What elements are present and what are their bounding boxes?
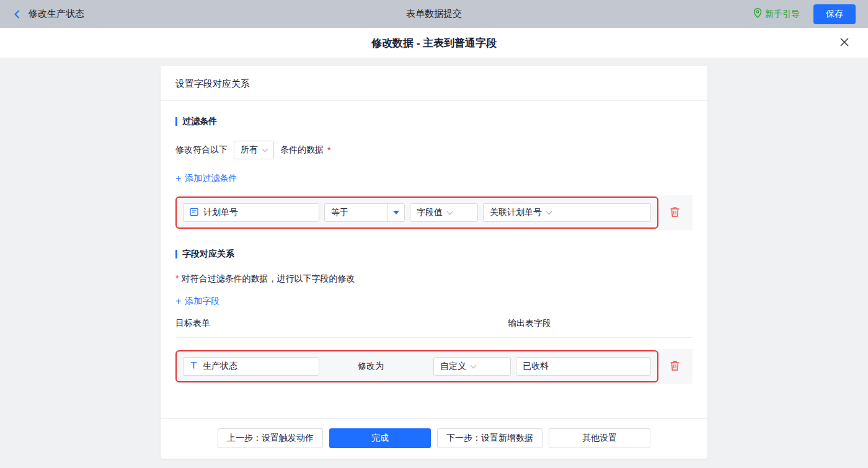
filter-field-select[interactable]: 计划单号: [183, 203, 319, 222]
mapping-hint: 对符合过滤条件的数据，进行以下字段的修改: [181, 273, 355, 285]
operator-caret-button[interactable]: [387, 204, 404, 221]
dialog-header: 修改数据 - 主表到普通字段: [0, 28, 868, 58]
operator-select[interactable]: 等于: [324, 203, 405, 222]
section-bar-icon: [175, 117, 177, 126]
flow-name: 修改生产状态: [29, 8, 84, 20]
panel-header: 设置字段对应关系: [161, 66, 707, 101]
add-filter-condition-link[interactable]: + 添加过滤条件: [175, 173, 237, 184]
save-button[interactable]: 保存: [813, 4, 856, 24]
text-field-icon: [190, 361, 198, 371]
operator-value: 等于: [325, 207, 382, 218]
required-asterisk: *: [175, 273, 179, 283]
mapping-hint-line: * 对符合过滤条件的数据，进行以下字段的修改: [175, 273, 693, 285]
value-type-select[interactable]: 字段值: [410, 203, 478, 222]
target-form-column-label: 目标表单: [175, 318, 508, 329]
section-bar-icon: [175, 250, 177, 258]
value-mode-value: 自定义: [440, 361, 466, 372]
mapping-row: 生产状态 修改为 自定义: [175, 349, 693, 384]
plus-icon: +: [175, 296, 181, 306]
form-field-icon: [190, 208, 198, 218]
trash-icon: [670, 364, 680, 373]
filter-section-title: 过滤条件: [175, 116, 693, 127]
topbar-actions: 新手引导 保存: [753, 4, 856, 24]
compare-value-select[interactable]: 关联计划单号: [483, 203, 651, 222]
chevron-down-icon: [546, 208, 552, 214]
highlight-box-filter: 计划单号 等于 字段值 关联计划单号: [175, 196, 658, 229]
guide-label: 新手引导: [765, 9, 800, 20]
condition-suffix: 条件的数据: [280, 144, 324, 156]
add-field-link[interactable]: + 添加字段: [175, 296, 219, 307]
match-mode-value: 所有: [241, 144, 258, 156]
filter-section-label: 过滤条件: [182, 116, 217, 127]
plus-icon: +: [175, 174, 181, 183]
output-field-column-label: 输出表字段: [508, 318, 551, 329]
compare-value: 关联计划单号: [490, 207, 542, 218]
value-mode-select[interactable]: 自定义: [433, 357, 511, 376]
mapping-section-title: 字段对应关系: [175, 249, 693, 260]
delete-mapping-row-button[interactable]: [667, 358, 683, 376]
settings-panel: 设置字段对应关系 过滤条件 修改符合以下 所有 条件的数据 * + 添加过滤条件: [161, 66, 707, 459]
back-button[interactable]: 修改生产状态: [12, 8, 84, 20]
custom-value-input[interactable]: [516, 357, 651, 376]
filter-condition-row: 计划单号 等于 字段值 关联计划单号: [175, 195, 693, 230]
trash-icon: [670, 210, 680, 219]
mapping-column-headers: 目标表单 输出表字段: [175, 318, 693, 338]
panel-body: 过滤条件 修改符合以下 所有 条件的数据 * + 添加过滤条件 计划单号: [161, 101, 707, 418]
add-field-label: 添加字段: [185, 296, 219, 307]
value-type-value: 字段值: [417, 207, 443, 218]
close-button[interactable]: [837, 35, 852, 50]
chevron-down-icon: [471, 362, 477, 368]
caret-down-icon: [393, 211, 399, 214]
add-filter-condition-label: 添加过滤条件: [185, 173, 237, 184]
target-field-value: 生产状态: [203, 361, 237, 372]
chevron-down-icon: [262, 146, 268, 152]
filter-field-value: 计划单号: [203, 207, 238, 218]
dialog-title: 修改数据 - 主表到普通字段: [371, 36, 497, 50]
mapping-section-label: 字段对应关系: [182, 249, 234, 260]
guide-button[interactable]: 新手引导: [753, 8, 800, 20]
condition-prefix: 修改符合以下: [175, 144, 228, 156]
top-bar: 修改生产状态 表单数据提交 新手引导 保存: [0, 0, 868, 28]
delete-filter-row-button[interactable]: [667, 204, 683, 222]
close-icon: [839, 37, 849, 49]
condition-sentence: 修改符合以下 所有 条件的数据 *: [175, 141, 693, 159]
page-title: 表单数据提交: [406, 8, 462, 20]
next-step-button[interactable]: 下一步：设置新增数据: [437, 428, 542, 448]
chevron-down-icon: [447, 208, 453, 214]
required-asterisk: *: [327, 145, 330, 155]
map-pin-icon: [753, 8, 762, 20]
target-field-select[interactable]: 生产状态: [183, 357, 319, 376]
other-settings-button[interactable]: 其他设置: [549, 428, 650, 448]
back-chevron-icon: [12, 9, 22, 19]
prev-step-button[interactable]: 上一步：设置触发动作: [218, 428, 323, 448]
match-mode-select[interactable]: 所有: [234, 141, 274, 159]
modify-to-label: 修改为: [358, 361, 384, 372]
highlight-box-mapping: 生产状态 修改为 自定义: [175, 350, 658, 382]
done-button[interactable]: 完成: [329, 428, 431, 448]
panel-footer: 上一步：设置触发动作 完成 下一步：设置新增数据 其他设置: [161, 418, 707, 459]
